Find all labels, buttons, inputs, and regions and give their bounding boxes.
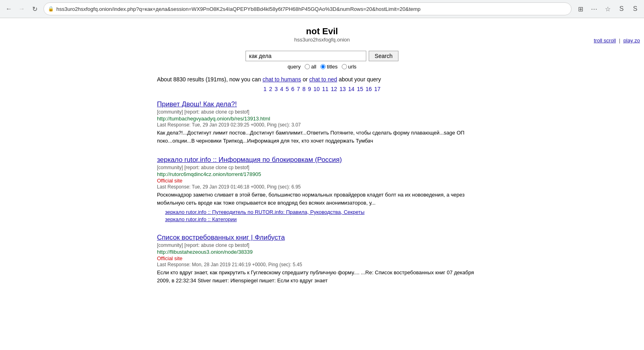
result-title-link-1[interactable]: зеркало rutor.info :: Информация по блок… bbox=[157, 156, 342, 164]
browser-chrome: ← → ↻ 🔒 ⊞ ⋯ ☆ S S bbox=[0, 0, 644, 18]
result-ping-2: Last Response: Mon, 28 Jan 2019 21:46:19… bbox=[157, 262, 487, 267]
result-title-1: зеркало rutor.info :: Информация по блок… bbox=[157, 156, 487, 164]
result-meta-1: [community] [report: abuse clone cp best… bbox=[157, 165, 487, 170]
titles-radio[interactable] bbox=[320, 64, 326, 69]
search-options: query all titles urls bbox=[287, 64, 356, 70]
top-right-links: troll scroll | play zo bbox=[594, 37, 640, 43]
sub-results-1: зеркало rutor.info :: Путеводитель по RU… bbox=[157, 209, 487, 222]
result-item-1: зеркало rutor.info :: Информация по блок… bbox=[157, 156, 487, 222]
page-link-15[interactable]: 15 bbox=[357, 86, 363, 92]
result-url-1: http://rutorc6mqdinc4cz.onion/torrent/17… bbox=[157, 171, 487, 177]
result-snippet-1: Роскомнадзор заметно сливает в этой битв… bbox=[157, 191, 487, 207]
menu-button[interactable]: ⋯ bbox=[588, 3, 600, 14]
page-link-11[interactable]: 11 bbox=[322, 86, 328, 92]
page-link-5[interactable]: 5 bbox=[286, 86, 289, 92]
page-link-3[interactable]: 3 bbox=[275, 86, 278, 92]
results-summary-prefix: About 8830 results (191ms), now you can bbox=[157, 76, 262, 83]
forward-button[interactable]: → bbox=[16, 3, 27, 14]
back-button[interactable]: ← bbox=[3, 3, 14, 14]
chat-humans-link[interactable]: chat to humans bbox=[262, 76, 301, 83]
results-container: Привет Двощ! Как дела?![community] [repo… bbox=[141, 100, 503, 284]
all-option[interactable]: all bbox=[305, 64, 316, 70]
result-title-0: Привет Двощ! Как дела?! bbox=[157, 100, 487, 108]
result-title-link-2[interactable]: Список востребованных книг | Флибуста bbox=[157, 234, 285, 241]
page-link-17[interactable]: 17 bbox=[374, 86, 381, 92]
troll-scroll-link[interactable]: troll scroll bbox=[594, 37, 616, 43]
result-url-2: http://flibustahezeous3.onion/node/38339 bbox=[157, 249, 487, 255]
page-link-1[interactable]: 1 bbox=[264, 86, 267, 92]
result-ping-1: Last Response: Tue, 29 Jan 2019 01:46:18… bbox=[157, 184, 487, 190]
address-bar-container: 🔒 bbox=[43, 2, 572, 15]
browser-actions: ⊞ ⋯ ☆ S S bbox=[575, 3, 641, 14]
result-url-0: http://tumbachegvyaadyq.onion/b/res/1391… bbox=[157, 116, 487, 122]
nav-buttons: ← → ↻ bbox=[3, 3, 40, 14]
urls-option[interactable]: urls bbox=[342, 64, 357, 70]
page-link-2[interactable]: 2 bbox=[269, 86, 272, 92]
pagination: 1234567891011121314151617 bbox=[141, 86, 503, 92]
search-container: Search query all titles urls bbox=[141, 51, 503, 70]
page-link-7[interactable]: 7 bbox=[297, 86, 300, 92]
site-header: not Evil hss3uro2hsxfogfq.onion bbox=[141, 26, 503, 43]
bookmark-button[interactable]: ☆ bbox=[602, 3, 613, 14]
sub-result-link-1-1[interactable]: зеркало rutor.info :: Категории bbox=[165, 216, 487, 222]
top-links-separator: | bbox=[619, 37, 620, 43]
result-title-link-0[interactable]: Привет Двощ! Как дела?! bbox=[157, 100, 237, 108]
result-snippet-2: Если кто вдруг знает, как прикрутить к Г… bbox=[157, 269, 487, 284]
page-link-6[interactable]: 6 bbox=[291, 86, 295, 92]
page-link-14[interactable]: 14 bbox=[348, 86, 355, 92]
result-title-2: Список востребованных книг | Флибуста bbox=[157, 234, 487, 242]
address-input[interactable] bbox=[56, 6, 567, 12]
query-label: query bbox=[287, 64, 301, 70]
sync-button[interactable]: S bbox=[630, 3, 641, 14]
page-link-12[interactable]: 12 bbox=[331, 86, 337, 92]
urls-radio[interactable] bbox=[342, 64, 347, 69]
titles-option[interactable]: titles bbox=[320, 64, 338, 70]
page-link-4[interactable]: 4 bbox=[280, 86, 283, 92]
reload-button[interactable]: ↻ bbox=[29, 3, 40, 14]
result-item-2: Список востребованных книг | Флибуста[co… bbox=[157, 234, 487, 284]
search-input[interactable] bbox=[246, 51, 366, 61]
results-info: About 8830 results (191ms), now you can … bbox=[141, 76, 503, 83]
result-official-2: Official site bbox=[157, 255, 487, 261]
results-or: or bbox=[303, 76, 309, 83]
extensions-button[interactable]: ⊞ bbox=[575, 3, 586, 14]
site-domain: hss3uro2hsxfogfq.onion bbox=[141, 37, 503, 43]
search-button[interactable]: Search bbox=[369, 51, 398, 61]
result-meta-2: [community] [report: abuse clone cp best… bbox=[157, 242, 487, 248]
results-suffix: about your query bbox=[339, 76, 381, 83]
result-meta-0: [community] [report: abuse clone cp best… bbox=[157, 109, 487, 115]
profile-button[interactable]: S bbox=[616, 3, 627, 14]
page-link-13[interactable]: 13 bbox=[340, 86, 346, 92]
result-item-0: Привет Двощ! Как дела?![community] [repo… bbox=[157, 100, 487, 145]
chat-ned-link[interactable]: chat to ned bbox=[309, 76, 337, 83]
site-title: not Evil bbox=[141, 26, 503, 37]
result-ping-0: Last Response: Tue, 29 Jan 2019 02:39:25… bbox=[157, 122, 487, 128]
all-radio[interactable] bbox=[305, 64, 310, 69]
page-link-8[interactable]: 8 bbox=[302, 86, 305, 92]
result-official-1: Official site bbox=[157, 178, 487, 184]
search-row: Search bbox=[246, 51, 398, 61]
sub-result-link-1-0[interactable]: зеркало rutor.info :: Путеводитель по RU… bbox=[165, 209, 487, 215]
page-link-16[interactable]: 16 bbox=[365, 86, 372, 92]
page-link-10[interactable]: 10 bbox=[314, 86, 320, 92]
page-link-9[interactable]: 9 bbox=[308, 86, 311, 92]
result-snippet-0: Как дела?!...Достигнут лимит постов...До… bbox=[157, 129, 487, 145]
page-content: not Evil hss3uro2hsxfogfq.onion Search q… bbox=[141, 18, 503, 304]
play-zo-link[interactable]: play zo bbox=[623, 37, 640, 43]
lock-icon: 🔒 bbox=[48, 6, 54, 12]
